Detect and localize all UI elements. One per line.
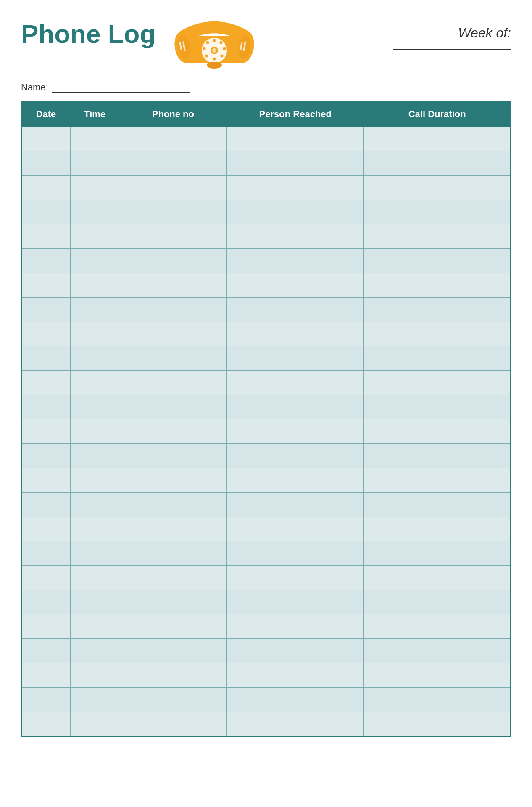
table-cell bbox=[70, 176, 119, 200]
table-cell bbox=[119, 566, 227, 590]
table-cell bbox=[119, 614, 227, 639]
week-of-label: Week of: bbox=[458, 25, 511, 41]
table-cell bbox=[119, 176, 227, 200]
table-cell bbox=[227, 346, 364, 371]
table-row bbox=[21, 712, 511, 736]
table-cell bbox=[21, 566, 70, 590]
table-cell bbox=[21, 322, 70, 346]
table-cell bbox=[70, 590, 119, 614]
svg-point-8 bbox=[213, 58, 216, 61]
table-cell bbox=[21, 200, 70, 224]
week-of-section: Week of: bbox=[385, 17, 511, 50]
table-cell bbox=[70, 444, 119, 468]
table-cell bbox=[227, 590, 364, 614]
table-row bbox=[21, 395, 511, 419]
table-cell bbox=[227, 444, 364, 468]
table-row bbox=[21, 566, 511, 590]
table-cell bbox=[21, 371, 70, 395]
table-cell bbox=[227, 517, 364, 541]
phone-log-table: Date Time Phone no Person Reached Call D… bbox=[21, 101, 511, 737]
table-cell bbox=[119, 224, 227, 249]
table-row bbox=[21, 663, 511, 688]
table-row bbox=[21, 419, 511, 444]
table-cell bbox=[227, 541, 364, 566]
table-row bbox=[21, 371, 511, 395]
table-cell bbox=[227, 224, 364, 249]
table-cell bbox=[21, 663, 70, 688]
table-cell bbox=[21, 273, 70, 298]
table-cell bbox=[21, 590, 70, 614]
table-cell bbox=[227, 566, 364, 590]
table-cell bbox=[364, 322, 511, 346]
table-cell bbox=[364, 176, 511, 200]
table-cell bbox=[119, 541, 227, 566]
table-cell bbox=[227, 151, 364, 176]
svg-point-11 bbox=[206, 41, 209, 44]
table-cell bbox=[119, 493, 227, 517]
svg-point-14 bbox=[207, 62, 222, 69]
table-cell bbox=[21, 688, 70, 712]
table-cell bbox=[21, 395, 70, 419]
table-cell bbox=[70, 273, 119, 298]
table-cell bbox=[364, 566, 511, 590]
table-cell bbox=[364, 614, 511, 639]
table-cell bbox=[119, 346, 227, 371]
table-cell bbox=[364, 663, 511, 688]
table-cell bbox=[70, 663, 119, 688]
page-title: Phone Log bbox=[21, 21, 155, 47]
table-cell bbox=[21, 493, 70, 517]
table-cell bbox=[21, 541, 70, 566]
table-cell bbox=[364, 712, 511, 736]
table-cell bbox=[119, 298, 227, 322]
table-cell bbox=[227, 419, 364, 444]
table-cell bbox=[70, 249, 119, 273]
table-cell bbox=[227, 688, 364, 712]
table-cell bbox=[21, 127, 70, 151]
table-row bbox=[21, 688, 511, 712]
table-cell bbox=[227, 395, 364, 419]
table-cell bbox=[119, 419, 227, 444]
svg-point-4 bbox=[213, 39, 216, 42]
svg-point-13 bbox=[212, 48, 216, 53]
table-cell bbox=[364, 273, 511, 298]
table-cell bbox=[21, 249, 70, 273]
table-cell bbox=[119, 322, 227, 346]
name-label: Name: bbox=[21, 82, 48, 93]
table-cell bbox=[119, 590, 227, 614]
table-cell bbox=[119, 151, 227, 176]
svg-point-6 bbox=[223, 47, 226, 50]
table-cell bbox=[364, 444, 511, 468]
table-cell bbox=[119, 200, 227, 224]
table-cell bbox=[364, 371, 511, 395]
table-cell bbox=[21, 346, 70, 371]
table-row bbox=[21, 614, 511, 639]
table-cell bbox=[70, 395, 119, 419]
table-cell bbox=[70, 298, 119, 322]
table-row bbox=[21, 176, 511, 200]
table-cell bbox=[70, 224, 119, 249]
table-cell bbox=[227, 371, 364, 395]
table-cell bbox=[70, 322, 119, 346]
table-row bbox=[21, 590, 511, 614]
table-row bbox=[21, 517, 511, 541]
table-cell bbox=[364, 517, 511, 541]
svg-point-10 bbox=[203, 47, 206, 50]
table-cell bbox=[70, 639, 119, 663]
table-row bbox=[21, 249, 511, 273]
col-header-time: Time bbox=[70, 102, 119, 127]
table-cell bbox=[21, 298, 70, 322]
table-cell bbox=[21, 444, 70, 468]
col-header-date: Date bbox=[21, 102, 70, 127]
table-cell bbox=[364, 151, 511, 176]
table-cell bbox=[70, 346, 119, 371]
table-cell bbox=[70, 419, 119, 444]
table-cell bbox=[227, 127, 364, 151]
table-cell bbox=[227, 322, 364, 346]
table-cell bbox=[364, 395, 511, 419]
table-cell bbox=[70, 151, 119, 176]
table-row bbox=[21, 224, 511, 249]
table-cell bbox=[119, 273, 227, 298]
table-row bbox=[21, 444, 511, 468]
name-row: Name: bbox=[21, 82, 511, 93]
table-cell bbox=[364, 298, 511, 322]
